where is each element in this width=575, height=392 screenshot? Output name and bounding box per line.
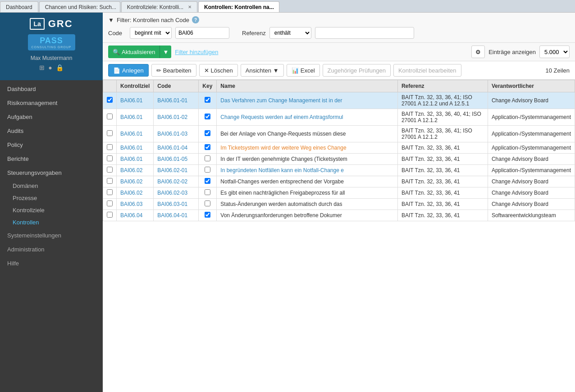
code-link[interactable]: BAI06.02-01 xyxy=(157,167,187,173)
sidebar-item-hilfe[interactable]: Hilfe xyxy=(0,256,103,270)
row-checkbox[interactable] xyxy=(107,178,113,184)
tab-chancen[interactable]: Chancen und Risiken: Such... ✕ xyxy=(39,1,120,12)
pruefungen-button[interactable]: Zugehörige Prüfungen xyxy=(323,64,391,77)
row-checkbox[interactable] xyxy=(107,189,113,195)
kontrollziel-link[interactable]: BAI06.01 xyxy=(120,131,142,137)
kontrollziel-link[interactable]: BAI06.04 xyxy=(120,212,142,219)
table-row[interactable]: BAI06.02BAI06.02-03Es gibt einen nachträ… xyxy=(103,187,575,199)
row-checkbox[interactable] xyxy=(107,212,113,218)
code-operator-select[interactable]: beginnt mit enthält ist gleich xyxy=(130,27,172,39)
table-row[interactable]: BAI06.02BAI06.02-02Notfall-Changes werde… xyxy=(103,176,575,187)
table-row[interactable]: BAI06.01BAI06.01-03Bei der Anlage von Ch… xyxy=(103,126,575,142)
code-link[interactable]: BAI06.04-01 xyxy=(157,212,187,219)
filter-expand-icon[interactable]: ▼ xyxy=(108,17,114,23)
anlegen-button[interactable]: 📄 Anlegen xyxy=(108,64,149,77)
header-key[interactable]: Key xyxy=(199,80,217,92)
kontrollziel-link[interactable]: BAI06.01 xyxy=(120,156,142,162)
code-link[interactable]: BAI06.02-02 xyxy=(157,178,187,185)
header-code[interactable]: Code xyxy=(154,80,199,92)
entries-select[interactable]: 5.000 100 500 1.000 xyxy=(539,46,570,58)
sidebar-item-kontrollziele[interactable]: Kontrollziele xyxy=(0,204,103,216)
help-icon[interactable]: ? xyxy=(192,16,199,23)
key-checkbox[interactable] xyxy=(205,189,210,195)
kontrollziel-button[interactable]: Kontrollziel bearbeiten xyxy=(393,64,461,77)
close-tab-kontrollziele[interactable]: ✕ xyxy=(188,5,192,9)
tab-kontrollen[interactable]: Kontrollen: Kontrollen na... ✕ xyxy=(198,1,279,12)
sidebar-item-steuerungsvorgaben[interactable]: Steuerungsvorgaben xyxy=(0,166,103,180)
lock-icon[interactable]: 🔒 xyxy=(56,64,64,71)
sidebar-item-systemeinstellungen[interactable]: Systemeinstellungen xyxy=(0,228,103,242)
code-value-input[interactable] xyxy=(175,27,229,39)
key-checkbox[interactable] xyxy=(205,201,210,206)
header-verantwortlicher[interactable]: Verantwortlicher xyxy=(488,80,575,92)
row-checkbox[interactable] xyxy=(107,130,113,136)
header-kontrollziel[interactable]: Kontrollziel xyxy=(117,80,154,92)
name-link[interactable]: Change Requests werden auf einem Antrags… xyxy=(220,114,343,120)
sidebar-item-administration[interactable]: Administration xyxy=(0,242,103,256)
sidebar-item-policy[interactable]: Policy xyxy=(0,138,103,152)
add-filter-button[interactable]: Filter hinzufügen xyxy=(175,49,218,55)
key-checkbox[interactable] xyxy=(205,178,210,184)
key-checkbox[interactable] xyxy=(205,212,210,218)
row-checkbox[interactable] xyxy=(107,114,113,119)
loeschen-button[interactable]: ✕ Löschen xyxy=(199,64,238,77)
sidebar-item-risikomanagement[interactable]: Risikomanagement xyxy=(0,96,103,110)
row-checkbox[interactable] xyxy=(107,97,113,103)
table-row[interactable]: BAI06.02BAI06.02-01In begründeten Notfäl… xyxy=(103,165,575,176)
key-checkbox[interactable] xyxy=(205,144,210,150)
key-checkbox[interactable] xyxy=(205,114,210,119)
kontrollziel-link[interactable]: BAI06.02 xyxy=(120,190,142,196)
sidebar-item-audits[interactable]: Audits xyxy=(0,124,103,138)
kontrollziel-link[interactable]: BAI06.02 xyxy=(120,167,142,173)
code-link[interactable]: BAI06.03-01 xyxy=(157,201,187,207)
table-row[interactable]: BAI06.01BAI06.01-01Das Verfahren zum Cha… xyxy=(103,92,575,109)
update-button[interactable]: 🔍 Aktualisieren xyxy=(108,46,160,58)
key-checkbox[interactable] xyxy=(205,130,210,136)
kontrollziel-link[interactable]: BAI06.01 xyxy=(120,145,142,151)
tab-dashboard[interactable]: Dashboard xyxy=(0,1,38,12)
kontrollziel-link[interactable]: BAI06.01 xyxy=(120,114,142,120)
name-link[interactable]: Das Verfahren zum Change Management ist … xyxy=(220,97,342,104)
code-link[interactable]: BAI06.01-04 xyxy=(157,145,187,151)
row-checkbox[interactable] xyxy=(107,201,113,206)
code-link[interactable]: BAI06.02-03 xyxy=(157,190,187,196)
ansichten-button[interactable]: Ansichten ▼ xyxy=(241,64,284,77)
header-name[interactable]: Name xyxy=(217,80,398,92)
user-icon[interactable]: ● xyxy=(48,64,52,71)
table-row[interactable]: BAI06.04BAI06.04-01Von Änderungsanforder… xyxy=(103,210,575,221)
key-checkbox[interactable] xyxy=(205,155,210,161)
grid-icon[interactable]: ⊞ xyxy=(39,64,45,71)
bearbeiten-button[interactable]: ✏ Bearbeiten xyxy=(151,64,196,77)
table-row[interactable]: BAI06.03BAI06.03-01Status-Änderungen wer… xyxy=(103,199,575,210)
kontrollziel-link[interactable]: BAI06.01 xyxy=(120,97,142,104)
table-row[interactable]: BAI06.01BAI06.01-04Im Ticketsystem wird … xyxy=(103,142,575,154)
kontrollziel-link[interactable]: BAI06.03 xyxy=(120,201,142,207)
tab-kontrollziele[interactable]: Kontrollziele: Kontrolli... ✕ xyxy=(121,1,197,12)
row-checkbox[interactable] xyxy=(107,155,113,161)
key-checkbox[interactable] xyxy=(205,97,210,103)
row-checkbox[interactable] xyxy=(107,144,113,150)
key-checkbox[interactable] xyxy=(205,167,210,173)
sidebar-item-berichte[interactable]: Berichte xyxy=(0,152,103,166)
sidebar-item-kontrollen[interactable]: Kontrollen xyxy=(0,216,103,228)
code-link[interactable]: BAI06.01-03 xyxy=(157,131,187,137)
sidebar-item-domanen[interactable]: Domänen xyxy=(0,180,103,192)
code-link[interactable]: BAI06.01-02 xyxy=(157,114,187,120)
table-row[interactable]: BAI06.01BAI06.01-02Change Requests werde… xyxy=(103,109,575,126)
sidebar-item-aufgaben[interactable]: Aufgaben xyxy=(0,110,103,124)
code-link[interactable]: BAI06.01-01 xyxy=(157,97,187,104)
excel-button[interactable]: 📊 Excel xyxy=(287,64,320,77)
sidebar-item-prozesse[interactable]: Prozesse xyxy=(0,192,103,204)
code-link[interactable]: BAI06.01-05 xyxy=(157,156,187,162)
header-referenz[interactable]: Referenz xyxy=(397,80,488,92)
row-checkbox[interactable] xyxy=(107,167,113,173)
table-row[interactable]: BAI06.01BAI06.01-05In der IT werden gene… xyxy=(103,154,575,165)
kontrollziel-link[interactable]: BAI06.02 xyxy=(120,178,142,185)
update-dropdown-button[interactable]: ▼ xyxy=(160,46,171,58)
referenz-value-input[interactable] xyxy=(315,27,414,39)
close-tab-kontrollen[interactable]: ✕ xyxy=(278,5,279,9)
referenz-operator-select[interactable]: enthält beginnt mit ist gleich xyxy=(269,27,311,39)
sidebar-item-dashboard[interactable]: Dashboard xyxy=(0,82,103,96)
settings-button[interactable]: ⚙ xyxy=(471,46,485,58)
name-link[interactable]: In begründeten Notfällen kann ein Notfal… xyxy=(220,167,344,173)
